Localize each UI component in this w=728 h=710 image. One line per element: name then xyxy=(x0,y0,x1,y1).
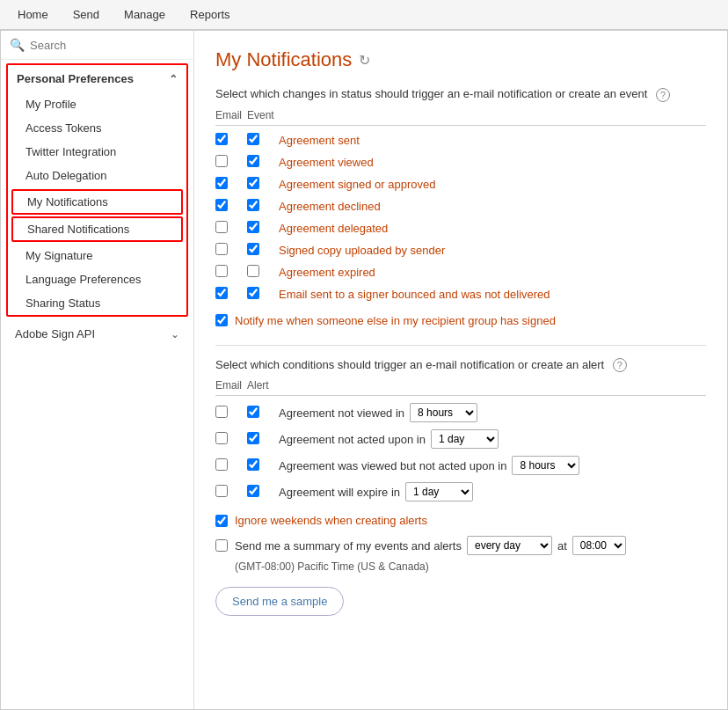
sidebar-item-access-tokens[interactable]: Access Tokens xyxy=(8,116,186,140)
summary-row: Send me a summary of my events and alert… xyxy=(215,532,706,559)
cond-dropdown-0[interactable]: 4 hours 8 hours 12 hours 1 day 2 days xyxy=(410,403,477,422)
timezone-row: (GMT-08:00) Pacific Time (US & Canada) xyxy=(215,560,706,573)
row-label-4: Agreement delegated xyxy=(279,222,388,235)
status-row-0: Agreement sent xyxy=(215,129,706,151)
email-cb-4[interactable] xyxy=(215,221,228,233)
cond-email-cb-2[interactable] xyxy=(215,458,228,471)
event-cb-3[interactable] xyxy=(247,199,259,211)
row-label-7: Email sent to a signer bounced and was n… xyxy=(279,288,550,301)
adobe-sign-api-label: Adobe Sign API xyxy=(15,327,95,340)
condition-row-0: Agreement not viewed in 4 hours 8 hours … xyxy=(215,399,706,426)
sidebar-item-my-profile[interactable]: My Profile xyxy=(8,92,186,116)
sidebar-item-my-signature[interactable]: My Signature xyxy=(8,244,186,267)
status-row-1: Agreement viewed xyxy=(215,151,706,173)
sidebar: 🔍 Personal Preferences ⌃ My Profile Acce… xyxy=(1,31,194,709)
cond-email-cb-3[interactable] xyxy=(215,485,228,497)
event-cb-7[interactable] xyxy=(247,287,259,299)
sidebar-item-auto-delegation[interactable]: Auto Delegation xyxy=(8,164,186,187)
sidebar-item-twitter-integration[interactable]: Twitter Integration xyxy=(8,140,186,164)
section2-label: Select which conditions should trigger a… xyxy=(215,358,706,373)
col-header-alert: Alert xyxy=(247,379,279,392)
email-cb-2[interactable] xyxy=(215,177,228,189)
cond-label-1: Agreement not acted upon in xyxy=(279,433,426,446)
col-header-email: Email xyxy=(215,109,247,121)
sidebar-item-my-notifications[interactable]: My Notifications xyxy=(13,191,181,213)
status-row-6: Agreement expired xyxy=(215,261,706,283)
cond-alert-cb-3[interactable] xyxy=(247,485,259,497)
chevron-up-icon: ⌃ xyxy=(169,73,178,85)
email-cb-7[interactable] xyxy=(215,287,228,299)
personal-preferences-label: Personal Preferences xyxy=(17,72,134,85)
ignore-weekends-label: Ignore weekends when creating alerts xyxy=(235,514,427,527)
cond-alert-cb-2[interactable] xyxy=(247,458,259,471)
cond-dropdown-2[interactable]: 4 hours 8 hours 12 hours 1 day 2 days xyxy=(512,456,579,475)
ignore-weekends-row: Ignore weekends when creating alerts xyxy=(215,509,706,532)
send-sample-button[interactable]: Send me a sample xyxy=(215,587,344,616)
nav-reports[interactable]: Reports xyxy=(178,0,243,29)
status-row-4: Agreement delegated xyxy=(215,217,706,239)
row-label-3: Agreement declined xyxy=(279,200,381,213)
email-cb-3[interactable] xyxy=(215,199,228,211)
row-label-6: Agreement expired xyxy=(279,266,375,279)
cond-label-2: Agreement was viewed but not acted upon … xyxy=(279,459,506,472)
search-icon: 🔍 xyxy=(10,38,25,52)
status-row-2: Agreement signed or approved xyxy=(215,173,706,195)
notify-group-row: Notify me when someone else in my recipi… xyxy=(215,309,706,333)
row-label-0: Agreement sent xyxy=(279,134,360,147)
cond-email-cb-1[interactable] xyxy=(215,432,228,444)
sidebar-section-adobe-sign-api[interactable]: Adobe Sign API ⌄ xyxy=(6,320,188,348)
page-title: My Notifications xyxy=(215,48,352,71)
col-header-email2: Email xyxy=(215,379,247,392)
ignore-weekends-cb[interactable] xyxy=(215,515,228,527)
status-row-3: Agreement declined xyxy=(215,195,706,217)
event-cb-5[interactable] xyxy=(247,243,259,255)
section1-label: Select which changes in status should tr… xyxy=(215,87,706,102)
summary-cb[interactable] xyxy=(215,539,228,552)
sidebar-search[interactable]: 🔍 xyxy=(1,31,193,60)
email-cb-6[interactable] xyxy=(215,265,228,277)
event-cb-1[interactable] xyxy=(247,155,259,167)
email-cb-5[interactable] xyxy=(215,243,228,255)
cond-label-3: Agreement will expire in xyxy=(279,486,400,499)
cond-alert-cb-1[interactable] xyxy=(247,432,259,444)
notify-group-cb[interactable] xyxy=(215,314,228,326)
sidebar-item-shared-notifications[interactable]: Shared Notifications xyxy=(13,218,181,240)
top-nav: Home Send Manage Reports xyxy=(0,0,728,30)
summary-time-dropdown[interactable]: 08:00 09:00 10:00 12:00 xyxy=(572,536,626,555)
col-header-event: Event xyxy=(247,109,279,121)
row-label-1: Agreement viewed xyxy=(279,156,374,169)
email-cb-1[interactable] xyxy=(215,155,228,167)
email-cb-0[interactable] xyxy=(215,133,228,145)
cond-label-0: Agreement not viewed in xyxy=(279,406,404,420)
cond-dropdown-3[interactable]: 4 hours 8 hours 12 hours 1 day 2 days xyxy=(405,482,473,501)
at-label: at xyxy=(557,539,567,553)
event-cb-6[interactable] xyxy=(247,265,259,277)
condition-row-2: Agreement was viewed but not acted upon … xyxy=(215,452,706,479)
cond-dropdown-1[interactable]: 4 hours 8 hours 12 hours 1 day 2 days xyxy=(431,429,499,449)
chevron-down-icon: ⌄ xyxy=(171,328,179,340)
nav-manage[interactable]: Manage xyxy=(112,0,178,29)
search-input[interactable] xyxy=(30,39,185,52)
section1-help-icon[interactable]: ? xyxy=(656,88,670,102)
nav-home[interactable]: Home xyxy=(5,0,61,29)
section2-help-icon[interactable]: ? xyxy=(613,358,627,372)
nav-send[interactable]: Send xyxy=(61,0,112,29)
sidebar-item-language-preferences[interactable]: Language Preferences xyxy=(8,267,186,291)
cond-alert-cb-0[interactable] xyxy=(247,406,259,418)
event-cb-2[interactable] xyxy=(247,177,259,189)
notify-group-label: Notify me when someone else in my recipi… xyxy=(235,314,556,327)
sidebar-item-sharing-status[interactable]: Sharing Status xyxy=(8,291,186,315)
row-label-5: Signed copy uploaded by sender xyxy=(279,244,445,257)
main-content: My Notifications ↻ Select which changes … xyxy=(194,31,727,709)
status-row-5: Signed copy uploaded by sender xyxy=(215,239,706,261)
condition-row-1: Agreement not acted upon in 4 hours 8 ho… xyxy=(215,426,706,452)
cond-email-cb-0[interactable] xyxy=(215,406,228,418)
refresh-icon[interactable]: ↻ xyxy=(359,52,370,69)
condition-row-3: Agreement will expire in 4 hours 8 hours… xyxy=(215,479,706,505)
summary-freq-dropdown[interactable]: every day every week every month xyxy=(467,536,552,555)
event-cb-0[interactable] xyxy=(247,133,259,145)
status-row-7: Email sent to a signer bounced and was n… xyxy=(215,283,706,305)
sidebar-section-personal-preferences[interactable]: Personal Preferences ⌃ xyxy=(8,65,186,92)
summary-label: Send me a summary of my events and alert… xyxy=(235,539,462,553)
event-cb-4[interactable] xyxy=(247,221,259,233)
